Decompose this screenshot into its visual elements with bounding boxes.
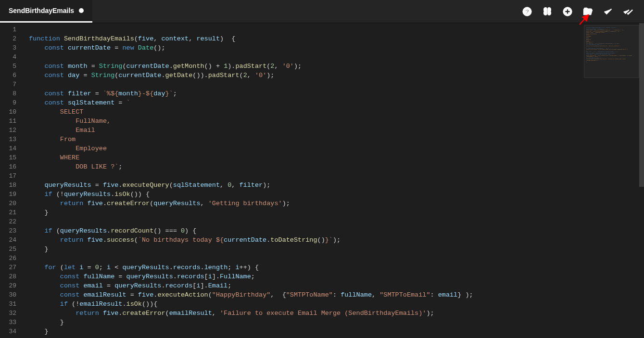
line-number: 12 <box>0 126 16 135</box>
line-number: 28 <box>0 272 16 281</box>
code-line[interactable]: } <box>29 208 644 217</box>
line-number: 18 <box>0 181 16 190</box>
code-line[interactable]: return five.createError(emailResult, 'Fa… <box>29 309 644 318</box>
code-line[interactable]: const day = String(currentDate.getDate()… <box>29 71 644 80</box>
code-line[interactable]: function SendBirthdayEmails(five, contex… <box>29 34 644 43</box>
line-number: 15 <box>0 153 16 162</box>
code-line[interactable]: if (!queryResults.isOk()) { <box>29 190 644 199</box>
code-line[interactable]: if (queryResults.recordCount() === 0) { <box>29 226 644 235</box>
code-line[interactable] <box>29 80 644 89</box>
check-button[interactable] <box>603 6 613 17</box>
code-line[interactable]: const emailResult = five.executeAction("… <box>29 290 644 299</box>
tab-area: SendBirthdayEmails <box>0 0 92 23</box>
line-number: 8 <box>0 89 16 98</box>
line-number: 11 <box>0 117 16 126</box>
scrollbar-thumb[interactable] <box>639 23 644 187</box>
check-icon <box>603 6 613 17</box>
line-number: 9 <box>0 98 16 107</box>
line-number: 17 <box>0 171 16 181</box>
code-line[interactable]: Email <box>29 126 644 135</box>
line-number: 27 <box>0 263 16 272</box>
line-number: 34 <box>0 327 16 336</box>
code-line[interactable]: } <box>29 245 644 254</box>
help-icon: ? <box>522 6 532 17</box>
line-number: 20 <box>0 199 16 208</box>
line-number: 21 <box>0 208 16 217</box>
svg-text:?: ? <box>525 8 529 15</box>
line-number: 32 <box>0 309 16 318</box>
line-number: 30 <box>0 290 16 299</box>
ai-button[interactable] <box>542 6 553 17</box>
line-number: 25 <box>0 245 16 254</box>
code-line[interactable]: const email = queryResults.records[i].Em… <box>29 281 644 290</box>
editor-area: 1234567891011121314151617181920212223242… <box>0 23 644 338</box>
code-line[interactable]: const fullName = queryResults.records[i]… <box>29 272 644 281</box>
line-number-gutter: 1234567891011121314151617181920212223242… <box>0 23 22 338</box>
line-number: 7 <box>0 80 16 89</box>
line-number: 6 <box>0 71 16 80</box>
line-number: 13 <box>0 135 16 144</box>
line-number: 24 <box>0 235 16 245</box>
code-editor[interactable]: 1234567891011121314151617181920212223242… <box>0 23 644 338</box>
code-line[interactable]: SELECT <box>29 107 644 117</box>
vertical-scrollbar[interactable] <box>639 23 644 338</box>
line-number: 10 <box>0 107 16 117</box>
line-number: 19 <box>0 190 16 199</box>
code-line[interactable] <box>29 217 644 226</box>
code-line[interactable]: const sqlStatement = ` <box>29 98 644 107</box>
code-line[interactable]: if (!emailResult.isOk()){ <box>29 299 644 309</box>
code-line[interactable]: From <box>29 135 644 144</box>
toolbar: ? <box>522 6 644 17</box>
line-number: 3 <box>0 43 16 52</box>
code-line[interactable]: } <box>29 318 644 327</box>
check-all-icon <box>623 6 633 17</box>
line-number: 14 <box>0 144 16 153</box>
dirty-indicator-icon <box>79 8 84 13</box>
line-number: 4 <box>0 52 16 62</box>
code-line[interactable]: Employee <box>29 144 644 153</box>
code-line[interactable]: FullName, <box>29 117 644 126</box>
top-bar: SendBirthdayEmails ? <box>0 0 644 23</box>
minimap[interactable]: function SendBirthdayEmails(five, contex… <box>584 25 639 78</box>
code-line[interactable]: DOB LIKE ?`; <box>29 162 644 171</box>
line-number: 22 <box>0 217 16 226</box>
code-line[interactable]: WHERE <box>29 153 644 162</box>
line-number: 31 <box>0 299 16 309</box>
add-icon <box>562 6 573 17</box>
help-button[interactable]: ? <box>522 6 532 17</box>
code-line[interactable]: for (let i = 0; i < queryResults.records… <box>29 263 644 272</box>
code-line[interactable]: const month = String(currentDate.getMont… <box>29 62 644 71</box>
line-number: 16 <box>0 162 16 171</box>
line-number: 23 <box>0 226 16 235</box>
line-number: 1 <box>0 25 16 34</box>
code-line[interactable]: return five.success(`No birthdays today … <box>29 235 644 245</box>
tab-title: SendBirthdayEmails <box>9 7 74 14</box>
line-number: 5 <box>0 62 16 71</box>
code-line[interactable]: queryResults = five.executeQuery(sqlStat… <box>29 181 644 190</box>
check-all-button[interactable] <box>623 6 633 17</box>
code-line[interactable]: const currentDate = new Date(); <box>29 43 644 52</box>
code-line[interactable] <box>29 254 644 263</box>
code-line[interactable] <box>29 25 644 34</box>
code-line[interactable] <box>29 52 644 62</box>
code-line[interactable]: } <box>29 327 644 336</box>
code-line[interactable]: const filter = `%${month}-${day}`; <box>29 89 644 98</box>
line-number: 29 <box>0 281 16 290</box>
tab-sendbirthdayemails[interactable]: SendBirthdayEmails <box>0 0 92 23</box>
line-number: 2 <box>0 34 16 43</box>
line-number: 33 <box>0 318 16 327</box>
code-content[interactable]: function SendBirthdayEmails(five, contex… <box>22 23 644 338</box>
open-button[interactable] <box>582 6 593 17</box>
add-button[interactable] <box>562 6 573 17</box>
code-line[interactable]: return five.createError(queryResults, 'G… <box>29 199 644 208</box>
open-folder-icon <box>582 6 593 17</box>
line-number: 26 <box>0 254 16 263</box>
code-line[interactable] <box>29 171 644 181</box>
brain-icon <box>542 6 553 17</box>
